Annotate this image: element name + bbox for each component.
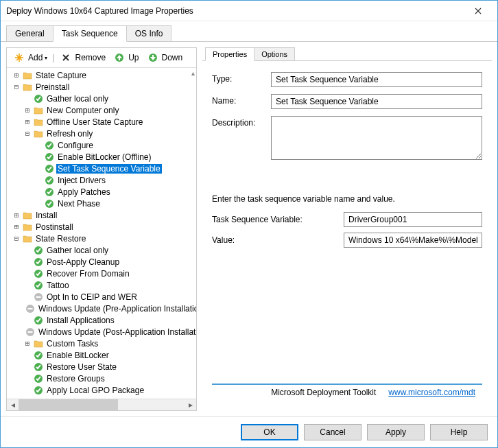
remove-label: Remove	[75, 53, 106, 62]
expand-icon[interactable]: ⊞	[12, 71, 21, 80]
collapse-icon[interactable]: ⊟	[12, 234, 21, 243]
tree-node[interactable]: ⊞Custom Tasks	[7, 338, 196, 349]
up-button[interactable]: Up	[110, 51, 141, 64]
tree-node[interactable]: Inject Drivers	[7, 174, 196, 186]
brand-text: Microsoft Deployment Toolkit	[271, 388, 376, 397]
tree-node[interactable]: ⊟State Restore	[7, 233, 196, 244]
tree-node[interactable]: Windows Update (Pre-Application Installa…	[7, 303, 196, 314]
tree-node[interactable]: ⊞Imaging	[7, 396, 196, 399]
tree-node[interactable]: ⊟Refresh only	[7, 128, 196, 139]
tree-node[interactable]: Recover From Domain	[7, 268, 196, 279]
tree-node[interactable]: Next Phase	[7, 198, 196, 209]
tree-node-label: New Computer only	[45, 106, 120, 115]
folder-icon	[22, 210, 33, 221]
dash-icon	[25, 327, 36, 338]
tree-node-label: Inject Drivers	[56, 176, 107, 185]
add-button[interactable]: Add ▾	[10, 51, 50, 64]
properties-panel: Type: Set Task Sequence Variable Name: D…	[202, 61, 492, 411]
apply-button[interactable]: Apply	[367, 424, 425, 440]
tree-node-label: State Restore	[34, 234, 87, 244]
add-label: Add	[28, 53, 43, 62]
up-icon	[114, 52, 125, 63]
task-sequence-pane: Add ▾ | Remove Up Down ⊞State Capt	[6, 47, 197, 411]
tree-node-label: Tattoo	[45, 281, 71, 290]
tree-node-label: State Capture	[34, 71, 88, 80]
tree-node[interactable]: Gather local only	[7, 93, 196, 104]
tree-node[interactable]: Restore User State	[7, 361, 196, 373]
check-icon	[44, 187, 55, 198]
tree-node-label: Restore Groups	[45, 374, 106, 384]
variable-input[interactable]	[344, 212, 482, 227]
tree-node[interactable]: Restore Groups	[7, 373, 196, 384]
main-tab-task-sequence[interactable]: Task Sequence	[53, 25, 127, 42]
tree-node[interactable]: ⊞New Computer only	[7, 104, 196, 116]
main-tab-general[interactable]: General	[6, 25, 54, 41]
add-icon	[14, 52, 25, 63]
check-icon	[33, 315, 44, 326]
help-button[interactable]: Help	[430, 424, 488, 440]
collapse-icon[interactable]: ⊟	[12, 82, 21, 91]
tree-node[interactable]: Gather local only	[7, 244, 196, 256]
tree-node[interactable]: Tattoo	[7, 279, 196, 291]
expand-icon[interactable]: ⊞	[23, 397, 32, 399]
tree-node-label: Postinstall	[34, 222, 75, 232]
tree-node[interactable]: ⊟Preinstall	[7, 81, 196, 93]
type-label: Type:	[212, 72, 271, 84]
check-icon	[33, 385, 44, 396]
description-label: Description:	[212, 116, 271, 128]
tree-node-label: Enable BitLocker (Offline)	[56, 152, 153, 162]
tree-node[interactable]: Opt In to CEIP and WER	[7, 291, 196, 303]
description-input[interactable]	[271, 116, 482, 160]
mdt-link[interactable]: www.microsoft.com/mdt	[388, 388, 475, 397]
expand-icon[interactable]: ⊞	[12, 222, 21, 231]
check-icon	[44, 175, 55, 186]
collapse-icon[interactable]: ⊟	[23, 129, 32, 138]
tree-node-label: Refresh only	[45, 129, 94, 139]
horizontal-scrollbar[interactable]: ◂ ▸	[7, 399, 196, 410]
expand-icon[interactable]: ⊞	[23, 106, 32, 115]
main-tab-os-info[interactable]: OS Info	[126, 25, 172, 41]
props-tab-properties[interactable]: Properties	[205, 47, 254, 61]
check-icon	[44, 152, 55, 163]
scroll-right-arrow[interactable]: ▸	[185, 400, 196, 410]
value-input[interactable]	[344, 233, 482, 248]
tree-scroll[interactable]: ⊞State Capture⊟PreinstallGather local on…	[7, 68, 196, 399]
name-label: Name:	[212, 94, 271, 106]
tree-node-label: Windows Update (Post-Application Install…	[37, 327, 196, 337]
svg-rect-20	[28, 308, 33, 309]
tree-node[interactable]: ⊞State Capture	[7, 69, 196, 81]
tree-node[interactable]: ⊞Offline User State Capture	[7, 116, 196, 128]
scroll-left-arrow[interactable]: ◂	[7, 400, 19, 410]
dropdown-icon: ▾	[45, 55, 47, 61]
tree-node-label: Recover From Domain	[45, 269, 131, 279]
expand-icon[interactable]: ⊞	[12, 211, 21, 220]
expand-icon[interactable]: ⊞	[23, 339, 32, 348]
scroll-up-arrow[interactable]: ▴	[191, 69, 195, 77]
tree-node[interactable]: Configure	[7, 139, 196, 151]
tree-node[interactable]: Apply Patches	[7, 186, 196, 198]
tree-node[interactable]: Windows Update (Post-Application Install…	[7, 326, 196, 338]
footer-strip: Microsoft Deployment Toolkit www.microso…	[212, 384, 482, 400]
scroll-track[interactable]	[19, 399, 185, 410]
tree-node-label: Windows Update (Pre-Application Installa…	[37, 304, 196, 314]
tree-node[interactable]: Post-Apply Cleanup	[7, 256, 196, 268]
props-tab-options[interactable]: Options	[254, 47, 295, 60]
tree-node[interactable]: Enable BitLocker (Offline)	[7, 151, 196, 163]
tree-node[interactable]: Set Task Sequence Variable	[7, 163, 196, 174]
ok-button[interactable]: OK	[241, 424, 298, 440]
tree-node[interactable]: Enable BitLocker	[7, 349, 196, 361]
tree-node[interactable]: ⊞Postinstall	[7, 221, 196, 233]
down-button[interactable]: Down	[143, 51, 186, 64]
separator: |	[52, 53, 54, 62]
down-icon	[147, 52, 158, 63]
check-icon	[33, 373, 44, 384]
tree-node[interactable]: Install Applications	[7, 314, 196, 326]
scroll-thumb[interactable]	[19, 399, 118, 410]
close-button[interactable]	[464, 2, 492, 20]
expand-icon[interactable]: ⊞	[23, 117, 32, 126]
remove-button[interactable]: Remove	[56, 51, 108, 64]
tree-node[interactable]: ⊞Install	[7, 209, 196, 221]
cancel-button[interactable]: Cancel	[304, 424, 361, 440]
tree-node[interactable]: Apply Local GPO Package	[7, 384, 196, 396]
name-input[interactable]	[271, 94, 482, 109]
